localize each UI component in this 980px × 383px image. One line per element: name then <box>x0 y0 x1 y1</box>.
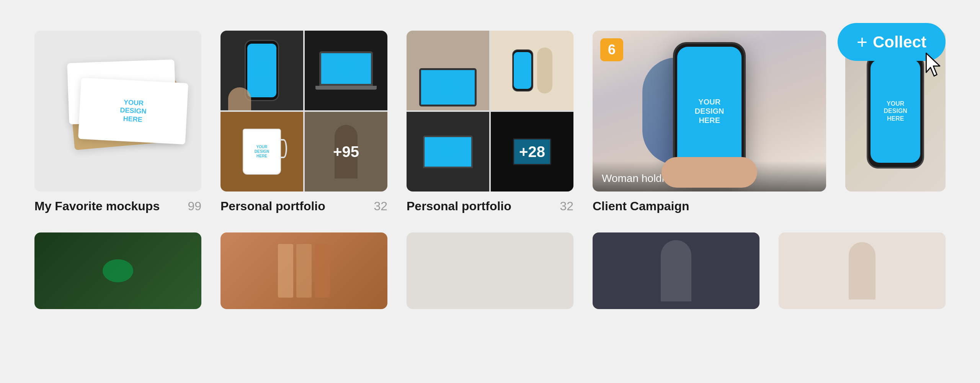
mosaic-plus28: YOURDESIGNHERE +28 <box>491 112 573 192</box>
num-badge: 6 <box>600 38 623 61</box>
bottom-mosaic-5 <box>779 232 946 309</box>
collections-row: YOURDESIGNHERE YOURDESIGNHERE My Favorit… <box>34 31 946 213</box>
ydh-phone-hand: YOURDESIGNHERE <box>254 63 270 78</box>
collect-label: Collect <box>873 33 926 51</box>
bottom-card-5[interactable] <box>779 232 946 309</box>
plus-badge-28: +28 <box>491 112 573 192</box>
collection-count-3: 32 <box>560 199 573 213</box>
collection-mosaic-2: YOURDESIGNHERE YOURDESIGNHERE <box>220 31 387 192</box>
bottom-mosaic-1 <box>34 232 201 309</box>
ydh-laptop: YOURDESIGNHERE <box>338 61 354 76</box>
collection-card-2[interactable]: YOURDESIGNHERE YOURDESIGNHERE <box>220 31 387 213</box>
bottom-card-2[interactable] <box>220 232 387 309</box>
iphone-hold-image: YOURDESIGNHERE Woman holding blue iPhone… <box>593 31 826 192</box>
mosaic-phone-hand: YOURDESIGNHERE <box>220 31 303 110</box>
bottom-mosaic-4 <box>593 232 760 309</box>
ydh-iphone: YOURDESIGNHERE <box>695 97 724 125</box>
collection-footer-3: Personal portfolio 32 <box>407 199 573 213</box>
plus-badge-95: +95 <box>305 112 387 192</box>
bottom-card-3[interactable] <box>407 232 573 309</box>
collection-mosaic-3: YOURDESIGNHERE YOURDESIGNHERE <box>407 31 573 192</box>
ydh-mug: YOURDESIGNHERE <box>255 145 269 159</box>
page-container: + Collect YOURDESIGNHERE YOURDESIGNHERE <box>0 0 980 383</box>
plus-icon: + <box>857 31 867 52</box>
collection-card-4[interactable]: 6 YOURDESIGNHERE <box>593 31 826 213</box>
collection-mosaic-4: 6 YOURDESIGNHERE <box>593 31 826 192</box>
collection-footer-4: Client Campaign <box>593 199 826 213</box>
collection-mosaic-1: YOURDESIGNHERE YOURDESIGNHERE <box>34 31 201 192</box>
mosaic-phone-bottle: YOURDESIGNHERE <box>491 31 573 110</box>
bottom-card-1[interactable] <box>34 232 201 309</box>
mosaic-monitor-desk: YOURDESIGNHERE <box>407 31 489 110</box>
ydh-laptop2: YOURDESIGNHERE <box>441 146 455 158</box>
mosaic-laptop2: YOURDESIGNHERE <box>407 112 489 192</box>
ydh-phone5: YOURDESIGNHERE <box>884 100 907 122</box>
mosaic-mug: YOURDESIGNHERE <box>220 112 303 192</box>
mosaic-woman: +95 <box>305 112 387 192</box>
mosaic-laptop: YOURDESIGNHERE <box>305 31 387 110</box>
collection-card-3[interactable]: YOURDESIGNHERE YOURDESIGNHERE <box>407 31 573 213</box>
bottom-mosaic-2 <box>220 232 387 309</box>
collection-count-1: 99 <box>188 199 201 213</box>
ydh-label-2: YOURDESIGNHERE <box>119 98 147 124</box>
collection-footer-2: Personal portfolio 32 <box>220 199 387 213</box>
collection-name-4: Client Campaign <box>593 199 689 213</box>
collection-footer-1: My Favorite mockups 99 <box>34 199 201 213</box>
biz-card-front: YOURDESIGNHERE <box>78 78 188 144</box>
ydh-monitor: YOURDESIGNHERE <box>441 80 455 94</box>
ydh-phone-bottle: YOURDESIGNHERE <box>517 65 529 76</box>
collection-count-2: 32 <box>374 199 387 213</box>
collection-name-3: Personal portfolio <box>407 199 511 213</box>
collection-card-1[interactable]: YOURDESIGNHERE YOURDESIGNHERE My Favorit… <box>34 31 201 213</box>
collection-name-2: Personal portfolio <box>220 199 325 213</box>
bottom-card-4[interactable] <box>593 232 760 309</box>
bottom-mosaic-3 <box>407 232 573 309</box>
collect-button[interactable]: + Collect <box>838 23 946 61</box>
collections-row-bottom <box>34 232 946 309</box>
collection-name-1: My Favorite mockups <box>34 199 160 213</box>
